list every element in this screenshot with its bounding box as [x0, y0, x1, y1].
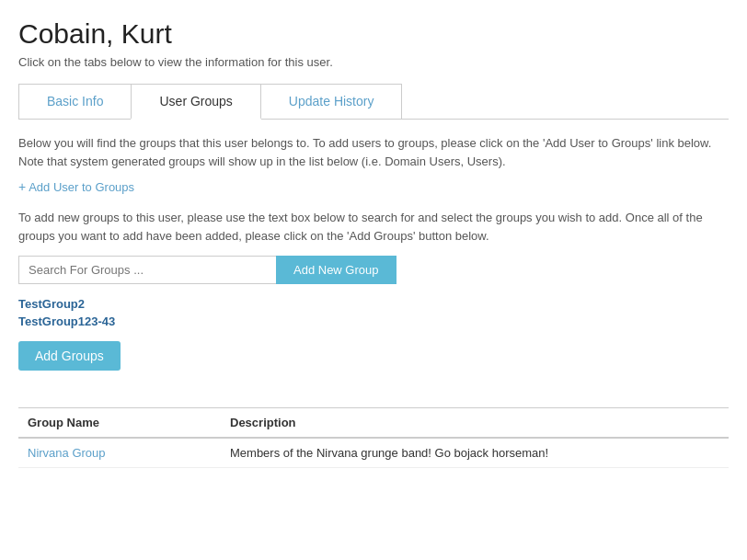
plus-icon: +	[18, 179, 26, 194]
add-user-to-groups-link[interactable]: +Add User to Groups	[18, 179, 134, 194]
section-description: To add new groups to this user, please u…	[18, 209, 729, 245]
tab-update-history[interactable]: Update History	[260, 84, 403, 119]
info-text: Below you will find the groups that this…	[18, 134, 729, 170]
col-header-description: Description	[221, 408, 729, 439]
tab-user-groups[interactable]: User Groups	[131, 84, 260, 120]
page-subtitle: Click on the tabs below to view the info…	[18, 55, 729, 69]
tab-bar: Basic Info User Groups Update History	[18, 84, 729, 120]
table-row: Nirvana Group Members of the Nirvana gru…	[18, 438, 729, 468]
add-new-group-button[interactable]: Add New Group	[276, 256, 396, 284]
tab-basic-info[interactable]: Basic Info	[18, 84, 132, 119]
page-title: Cobain, Kurt	[18, 18, 729, 50]
col-header-group-name: Group Name	[18, 408, 221, 439]
selected-groups-list: TestGroup2 TestGroup123-43	[18, 297, 729, 328]
group-tag-2[interactable]: TestGroup123-43	[18, 314, 729, 328]
search-row: Add New Group	[18, 256, 729, 284]
search-groups-input[interactable]	[18, 256, 276, 284]
group-name-cell: Nirvana Group	[18, 438, 221, 468]
group-description-cell: Members of the Nirvana grunge band! Go b…	[221, 438, 729, 468]
group-name-link[interactable]: Nirvana Group	[28, 446, 106, 460]
group-tag-1[interactable]: TestGroup2	[18, 297, 729, 311]
add-groups-button[interactable]: Add Groups	[18, 341, 121, 371]
groups-table: Group Name Description Nirvana Group Mem…	[18, 407, 729, 468]
